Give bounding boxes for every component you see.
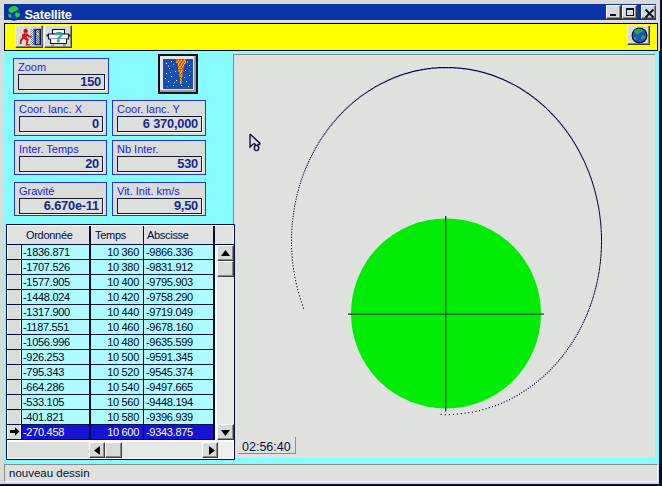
- svg-text:?: ?: [54, 29, 63, 45]
